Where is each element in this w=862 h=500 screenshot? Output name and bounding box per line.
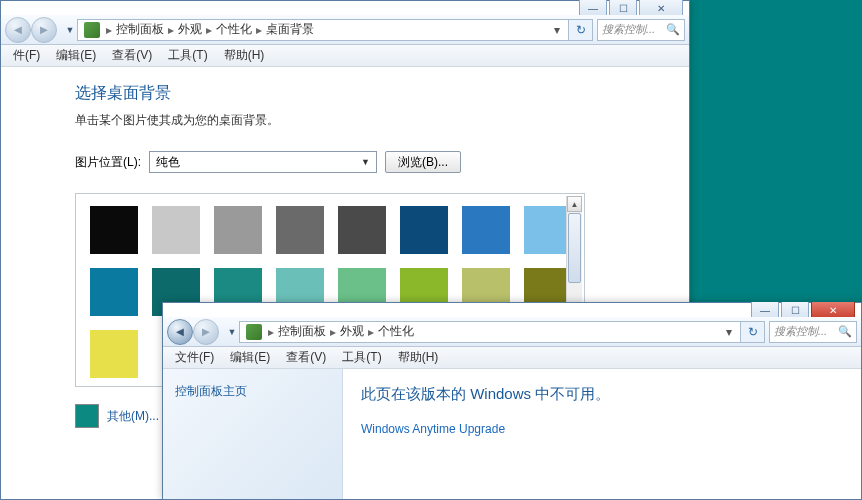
menu-view[interactable]: 查看(V) xyxy=(104,45,160,66)
sidebar-link-home[interactable]: 控制面板主页 xyxy=(175,383,330,400)
nav-bar: ◄ ► ▼ ▸ 控制面板▸ 外观▸ 个性化▸ 桌面背景 ▾ ↻ 搜索控制... … xyxy=(1,15,689,45)
other-color-link[interactable]: 其他(M)... xyxy=(75,404,159,428)
color-swatch[interactable] xyxy=(338,206,386,254)
back-button[interactable]: ◄ xyxy=(167,319,193,345)
menu-view[interactable]: 查看(V) xyxy=(278,347,334,368)
breadcrumb-dropdown[interactable]: ▾ xyxy=(720,325,738,339)
refresh-button[interactable]: ↻ xyxy=(569,19,593,41)
search-input[interactable]: 搜索控制... 🔍 xyxy=(769,321,857,343)
other-color-swatch xyxy=(75,404,99,428)
sidebar: 控制面板主页 xyxy=(163,369,343,499)
color-swatch[interactable] xyxy=(462,206,510,254)
location-label: 图片位置(L): xyxy=(75,154,141,171)
history-dropdown[interactable]: ▼ xyxy=(63,25,77,35)
menu-tools[interactable]: 工具(T) xyxy=(334,347,389,368)
control-panel-icon xyxy=(246,324,262,340)
color-swatch[interactable] xyxy=(90,268,138,316)
menu-bar: 件(F) 编辑(E) 查看(V) 工具(T) 帮助(H) xyxy=(1,45,689,67)
search-icon: 🔍 xyxy=(838,325,852,338)
search-icon: 🔍 xyxy=(666,23,680,36)
menu-edit[interactable]: 编辑(E) xyxy=(48,45,104,66)
forward-button[interactable]: ► xyxy=(31,17,57,43)
color-swatch[interactable] xyxy=(90,330,138,378)
color-swatch[interactable] xyxy=(152,206,200,254)
color-swatch[interactable] xyxy=(524,206,572,254)
menu-file[interactable]: 件(F) xyxy=(5,45,48,66)
chevron-down-icon: ▼ xyxy=(361,157,370,167)
menu-edit[interactable]: 编辑(E) xyxy=(222,347,278,368)
refresh-button[interactable]: ↻ xyxy=(741,321,765,343)
picture-location-select[interactable]: 纯色 ▼ xyxy=(149,151,377,173)
anytime-upgrade-link[interactable]: Windows Anytime Upgrade xyxy=(361,422,843,436)
window-personalization: — ☐ ✕ ◄ ► ▼ ▸ 控制面板▸ 外观▸ 个性化 ▾ ↻ 搜索控制... … xyxy=(162,302,862,500)
scroll-thumb[interactable] xyxy=(568,213,581,283)
scroll-up-button[interactable]: ▲ xyxy=(567,196,582,212)
search-input[interactable]: 搜索控制... 🔍 xyxy=(597,19,685,41)
color-swatch[interactable] xyxy=(276,206,324,254)
main-content: 此页在该版本的 Windows 中不可用。 Windows Anytime Up… xyxy=(343,369,861,499)
color-swatch[interactable] xyxy=(90,206,138,254)
browse-button[interactable]: 浏览(B)... xyxy=(385,151,461,173)
control-panel-icon xyxy=(84,22,100,38)
back-button[interactable]: ◄ xyxy=(5,17,31,43)
color-swatch[interactable] xyxy=(400,206,448,254)
unavailable-message: 此页在该版本的 Windows 中不可用。 xyxy=(361,385,843,404)
breadcrumb[interactable]: ▸ 控制面板▸ 外观▸ 个性化 ▾ xyxy=(239,321,741,343)
page-subtitle: 单击某个图片使其成为您的桌面背景。 xyxy=(75,112,689,129)
breadcrumb-dropdown[interactable]: ▾ xyxy=(548,23,566,37)
menu-tools[interactable]: 工具(T) xyxy=(160,45,215,66)
history-dropdown[interactable]: ▼ xyxy=(225,327,239,337)
nav-bar: ◄ ► ▼ ▸ 控制面板▸ 外观▸ 个性化 ▾ ↻ 搜索控制... 🔍 xyxy=(163,317,861,347)
page-title: 选择桌面背景 xyxy=(75,83,689,104)
menu-bar: 文件(F) 编辑(E) 查看(V) 工具(T) 帮助(H) xyxy=(163,347,861,369)
breadcrumb[interactable]: ▸ 控制面板▸ 外观▸ 个性化▸ 桌面背景 ▾ xyxy=(77,19,569,41)
menu-help[interactable]: 帮助(H) xyxy=(390,347,447,368)
color-swatch[interactable] xyxy=(214,206,262,254)
menu-help[interactable]: 帮助(H) xyxy=(216,45,273,66)
menu-file[interactable]: 文件(F) xyxy=(167,347,222,368)
forward-button[interactable]: ► xyxy=(193,319,219,345)
